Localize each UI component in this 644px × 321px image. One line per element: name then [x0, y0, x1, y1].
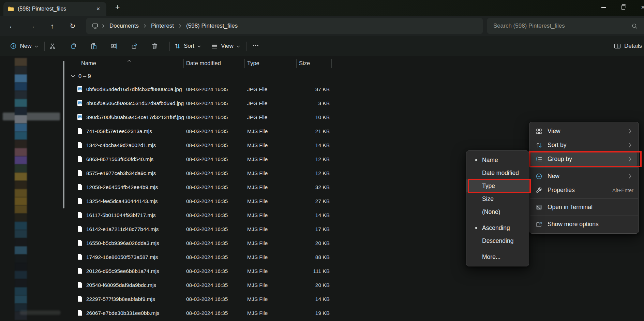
- explorer-tab[interactable]: (598) Pinterest_files ✕: [3, 2, 106, 16]
- blurred-thumbnail: [15, 164, 27, 173]
- forward-button[interactable]: →: [25, 19, 39, 32]
- menu-item-show-more-options[interactable]: Show more options: [531, 217, 637, 231]
- menu-separator: [530, 216, 638, 216]
- sort-button[interactable]: Sort: [173, 39, 203, 53]
- breadcrumb-item[interactable]: (598) Pinterest_files: [184, 21, 240, 31]
- jpg-file-icon: [76, 86, 83, 92]
- column-header-size[interactable]: Size: [299, 56, 310, 70]
- file-name: 12058-2e64554fb42ee4b9.mjs: [86, 180, 158, 194]
- see-more-button[interactable]: [248, 39, 263, 53]
- group-by-icon: [535, 156, 543, 163]
- menu-item-sort-by[interactable]: Sort by: [531, 138, 637, 152]
- breadcrumb-chevron-icon[interactable]: [176, 24, 184, 28]
- share-icon: [131, 43, 138, 49]
- menu-item-name[interactable]: Name: [466, 154, 529, 166]
- file-name: 1342-c4bcba49d2a002d1.mjs: [86, 138, 156, 152]
- view-button[interactable]: View: [210, 39, 241, 53]
- menu-item-more[interactable]: More...: [466, 250, 529, 263]
- menu-item-properties[interactable]: PropertiesAlt+Enter: [531, 183, 637, 197]
- tab-title: (598) Pinterest_files: [18, 6, 91, 12]
- copy-button[interactable]: [66, 39, 81, 53]
- column-divider[interactable]: [331, 59, 332, 68]
- menu-item-label: More...: [482, 253, 500, 261]
- sidebar-scrollbar[interactable]: [63, 61, 64, 208]
- menu-item-view[interactable]: View: [531, 124, 637, 138]
- menu-item-date-modified[interactable]: Date modified: [466, 166, 529, 179]
- mjs-file-icon: [76, 156, 83, 162]
- table-row[interactable]: 22297-577f39b8eabfabf9.mjs 08-03-2024 16…: [67, 292, 644, 306]
- table-row[interactable]: 20126-d95c95ee6b8b1a74.mjs 08-03-2024 16…: [67, 264, 644, 278]
- menu-item-label: Name: [482, 157, 498, 164]
- blurred-thumbnail: [15, 99, 27, 107]
- jpg-file-icon: [76, 114, 83, 120]
- up-button[interactable]: ↑: [45, 19, 59, 32]
- share-button[interactable]: [127, 39, 143, 53]
- blurred-thumbnail: [15, 222, 27, 230]
- menu-item-size[interactable]: Size: [466, 192, 529, 205]
- menu-item-open-in-terminal[interactable]: Open in Terminal: [531, 200, 637, 214]
- file-date-modified: 08-03-2024 16:35: [186, 82, 228, 96]
- blurred-thumbnail: [15, 263, 27, 271]
- file-date-modified: 08-03-2024 16:35: [186, 194, 228, 208]
- file-name: 16142-e1a7211d48c77b44.mjs: [86, 222, 159, 236]
- blurred-thumbnail: [15, 254, 27, 263]
- new-tab-button[interactable]: +: [113, 3, 122, 12]
- collapse-chevron-icon[interactable]: [71, 75, 75, 77]
- file-date-modified: 08-03-2024 16:35: [186, 222, 228, 236]
- menu-item-descending[interactable]: Descending: [466, 234, 529, 247]
- menu-item-new[interactable]: New: [531, 169, 637, 183]
- minimize-button[interactable]: [594, 0, 613, 15]
- column-header-type[interactable]: Type: [247, 56, 259, 70]
- breadcrumb-chevron-icon[interactable]: [141, 24, 149, 28]
- menu-item-ascending[interactable]: Ascending: [466, 221, 529, 234]
- terminal-icon: [535, 204, 543, 211]
- menu-item-group-by[interactable]: Group by: [531, 152, 637, 166]
- view-button-label: View: [221, 43, 234, 49]
- menu-separator: [530, 167, 638, 168]
- table-row[interactable]: 20548-f68095daf9da9bdc.mjs 08-03-2024 16…: [67, 278, 644, 292]
- tab-close-icon[interactable]: ✕: [94, 5, 102, 12]
- column-header-date-modified[interactable]: Date modified: [186, 56, 221, 70]
- column-header-name[interactable]: Name: [81, 56, 96, 70]
- blurred-thumbnail: [15, 58, 27, 66]
- mjs-file-icon: [76, 253, 83, 260]
- rename-button[interactable]: [106, 39, 122, 53]
- menu-item-none[interactable]: (None): [466, 205, 529, 218]
- new-button[interactable]: New: [8, 39, 41, 53]
- file-name: 16550-b5cb9396a026dda3.mjs: [86, 236, 159, 250]
- sort-arrows-icon: [535, 142, 543, 149]
- breadcrumb: DocumentsPinterest(598) Pinterest_files: [86, 18, 483, 34]
- column-divider[interactable]: [244, 59, 245, 68]
- file-type: MJS File: [247, 152, 268, 166]
- paste-button[interactable]: [86, 39, 102, 53]
- details-pane-button[interactable]: Details: [612, 39, 644, 53]
- file-date-modified: 08-03-2024 16:35: [186, 124, 228, 138]
- close-button[interactable]: ✕: [633, 0, 644, 15]
- restore-button[interactable]: [613, 0, 633, 15]
- breadcrumb-chevron-icon[interactable]: [99, 24, 107, 28]
- blurred-thumbnail: [15, 197, 27, 205]
- table-row[interactable]: 17492-16e86050f573a587.mjs 08-03-2024 16…: [67, 250, 644, 264]
- column-divider[interactable]: [296, 59, 297, 68]
- refresh-button[interactable]: ↻: [66, 19, 79, 32]
- table-row[interactable]: 0bf90d854ded16d7dbfcb3cff8800c0a.jpg 08-…: [67, 82, 644, 96]
- file-explorer-window: (598) Pinterest_files ✕ + ✕ ← → ↑ ↻ Docu…: [0, 0, 644, 321]
- back-button[interactable]: ←: [5, 19, 19, 32]
- file-type: MJS File: [247, 124, 268, 138]
- menu-item-type[interactable]: Type: [466, 179, 529, 192]
- breadcrumb-item[interactable]: Pinterest: [149, 21, 176, 31]
- breadcrumb-item[interactable]: Documents: [107, 21, 141, 31]
- file-size: 37 KB: [272, 82, 330, 96]
- search-box[interactable]: Search (598) Pinterest_files: [487, 18, 644, 34]
- file-name: 741-058f57e1ee52313a.mjs: [86, 124, 152, 138]
- file-date-modified: 08-03-2024 16:35: [186, 96, 228, 110]
- column-divider[interactable]: [183, 59, 184, 68]
- table-row[interactable]: 26067-e7bde30b331ee0bb.mjs 08-03-2024 16…: [67, 306, 644, 320]
- group-header-0-9[interactable]: 0 – 9: [67, 70, 91, 82]
- table-row[interactable]: 4b05f0e506cf8a93c531d52d9afbd69d.jpg 08-…: [67, 96, 644, 110]
- cut-button[interactable]: [45, 39, 60, 53]
- table-row[interactable]: 16550-b5cb9396a026dda3.mjs 08-03-2024 16…: [67, 236, 644, 250]
- blurred-thumbnail: [15, 181, 27, 189]
- delete-button[interactable]: [147, 39, 163, 53]
- plus-circle-icon: [10, 43, 17, 49]
